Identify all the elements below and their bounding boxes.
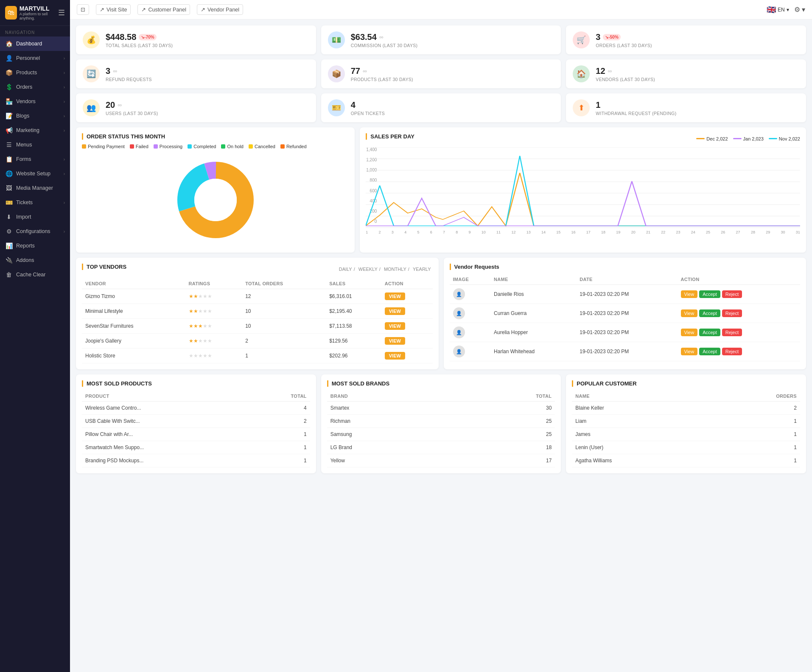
sidebar-item-blogs[interactable]: 📝 Blogs ›: [0, 109, 70, 123]
req-view-button[interactable]: View: [681, 290, 698, 298]
x-label: 10: [482, 230, 486, 234]
stats-grid-1: 💰 $448.58 ↘-70% TOTAL SALES (LAST 30 DAY…: [76, 25, 806, 54]
col-total-orders: TOTAL ORDERS: [242, 278, 326, 289]
bottom-row: MOST SOLD PRODUCTS Product Total Wireles…: [76, 374, 806, 473]
filter-tab-yearly[interactable]: YEARLY: [411, 266, 433, 273]
vendor-view-button[interactable]: VIEW: [385, 292, 405, 300]
filter-tab-monthly[interactable]: MONTHLY: [382, 266, 411, 273]
stat-value-users: 20 ∞: [106, 100, 309, 110]
sidebar-item-website-setup[interactable]: 🌐 Website Setup ›: [0, 166, 70, 181]
hamburger-icon[interactable]: ☰: [58, 8, 65, 17]
legend-item: Failed: [130, 144, 148, 149]
visit-site-button[interactable]: ↗ Visit Site: [96, 4, 131, 15]
list-item: Wireless Game Contro...4: [82, 402, 310, 415]
stat-card-withdrawal-request: ⬆ 1 WITHDRAWAL REQUEST (PENDING): [566, 93, 806, 122]
vendors-row: TOP VENDORS DAILYWEEKLYMONTHLYYEARLY VEN…: [76, 258, 806, 369]
settings-button[interactable]: ⚙ ▾: [794, 6, 805, 14]
sidebar-item-configurations[interactable]: ⚙ Configurations ›: [0, 224, 70, 239]
stat-label-withdrawal-request: WITHDRAWAL REQUEST (PENDING): [596, 111, 799, 116]
x-label: 3: [392, 230, 394, 234]
vendor-action: VIEW: [381, 349, 433, 363]
customer-panel-button[interactable]: ↗ Customer Panel: [137, 4, 190, 15]
vendor-panel-label: Vendor Panel: [207, 7, 239, 13]
req-reject-button[interactable]: Reject: [722, 309, 742, 317]
legend-dot: [130, 144, 134, 149]
sidebar-item-personnel[interactable]: 👤 Personnel ›: [0, 51, 70, 65]
sidebar-item-vendors[interactable]: 🏪 Vendors ›: [0, 94, 70, 109]
x-label: 7: [443, 230, 445, 234]
expand-button[interactable]: ⊡: [77, 4, 89, 15]
vendor-view-button[interactable]: VIEW: [385, 307, 405, 315]
order-status-title: ORDER STATUS THIS MONTH: [82, 133, 349, 140]
req-view-button[interactable]: View: [681, 329, 698, 336]
stat-value-refund-requests: 3 ∞: [106, 66, 309, 76]
filter-tab-weekly[interactable]: WEEKLY: [357, 266, 382, 273]
x-label: 30: [781, 230, 785, 234]
nav-item-left-forms: 📋 Forms: [5, 156, 31, 163]
vendor-requests-title: Vendor Requests: [450, 264, 801, 270]
product-name: Branding PSD Mockups...: [82, 454, 252, 467]
sidebar-item-forms[interactable]: 📋 Forms ›: [0, 152, 70, 166]
req-accept-button[interactable]: Accept: [699, 290, 720, 298]
vendor-req-actions: View Accept Reject: [678, 304, 801, 323]
vendor-ratings: ★★★★★: [185, 289, 242, 304]
sidebar-item-menus[interactable]: ☰ Menus: [0, 138, 70, 152]
reports-icon: 📊: [5, 242, 13, 249]
stat-content-commission: $63.54 ∞ COMMISSION (LAST 30 DAYS): [351, 32, 554, 48]
sidebar-item-media-manager[interactable]: 🖼 Media Manager: [0, 181, 70, 195]
req-view-button[interactable]: View: [681, 309, 698, 317]
table-row: Holistic Store ★★★★★ 1 $202.96 VIEW: [82, 349, 433, 363]
tickets-chevron-icon: ›: [64, 200, 65, 205]
filter-tab-daily[interactable]: DAILY: [337, 266, 357, 273]
marketing-icon: 📢: [5, 127, 13, 134]
req-reject-button[interactable]: Reject: [722, 329, 742, 336]
website-setup-chevron-icon: ›: [64, 172, 65, 176]
vendor-requests-card: Vendor Requests Image Name Date Action 👤…: [444, 258, 806, 369]
customer-orders: 1: [711, 454, 800, 467]
sidebar-item-dashboard[interactable]: 🏠 Dashboard: [0, 37, 70, 51]
sidebar-item-orders[interactable]: 💲 Orders ›: [0, 80, 70, 94]
legend-item: Cancelled: [249, 144, 275, 149]
stat-content-open-tickets: 4 OPEN TICKETS: [351, 100, 554, 116]
legend-item: Completed: [188, 144, 216, 149]
customer-name: Liam: [572, 415, 711, 428]
req-view-button[interactable]: View: [681, 348, 698, 355]
sidebar-item-label-products: Products: [16, 70, 37, 76]
vendor-view-button[interactable]: VIEW: [385, 322, 405, 330]
brand-name: Yellow: [327, 454, 455, 467]
x-label: 18: [601, 230, 605, 234]
menus-icon: ☰: [5, 141, 13, 148]
req-reject-button[interactable]: Reject: [722, 290, 742, 298]
req-reject-button[interactable]: Reject: [722, 348, 742, 355]
configurations-icon: ⚙: [5, 228, 13, 235]
stats-grid-3: 👥 20 ∞ USERS (LAST 30 DAYS) 🎫 4 OPEN TIC…: [76, 93, 806, 122]
sidebar-item-import[interactable]: ⬇ Import: [0, 210, 70, 224]
product-total: 4: [252, 402, 310, 415]
legend-item: Refunded: [280, 144, 307, 149]
vendor-panel-button[interactable]: ↗ Vendor Panel: [197, 4, 243, 15]
stat-value-products: 77 ∞: [351, 66, 554, 76]
x-label: 24: [691, 230, 695, 234]
sidebar-item-addons[interactable]: 🔌 Addons: [0, 253, 70, 267]
vendor-ratings: ★★★★★: [185, 334, 242, 349]
sidebar-item-tickets[interactable]: 🎫 Tickets ›: [0, 195, 70, 210]
vendor-action: VIEW: [381, 319, 433, 334]
sidebar-item-cache-clear[interactable]: 🗑 Cache Clear: [0, 267, 70, 282]
req-accept-button[interactable]: Accept: [699, 309, 720, 317]
vendor-view-button[interactable]: VIEW: [385, 337, 405, 345]
sidebar-item-products[interactable]: 📦 Products ›: [0, 65, 70, 80]
avatar: 👤: [453, 307, 465, 319]
language-selector[interactable]: 🇬🇧 EN ▾: [767, 5, 789, 14]
product-name: Wireless Game Contro...: [82, 402, 252, 415]
customer-name: James: [572, 428, 711, 441]
stat-card-vendors: 🏠 12 ∞ VENDORS (LAST 30 DAYS): [566, 59, 806, 88]
sidebar-item-marketing[interactable]: 📢 Marketing ›: [0, 123, 70, 138]
req-accept-button[interactable]: Accept: [699, 329, 720, 336]
stat-content-withdrawal-request: 1 WITHDRAWAL REQUEST (PENDING): [596, 100, 799, 116]
popular-customer-card: POPULAR CUSTOMER Name Orders Blaine Kell…: [566, 374, 806, 473]
list-item: Branding PSD Mockups...1: [82, 454, 310, 467]
customer-panel-label: Customer Panel: [148, 7, 186, 13]
vendor-view-button[interactable]: VIEW: [385, 352, 405, 360]
sidebar-item-reports[interactable]: 📊 Reports: [0, 239, 70, 253]
req-accept-button[interactable]: Accept: [699, 348, 720, 355]
